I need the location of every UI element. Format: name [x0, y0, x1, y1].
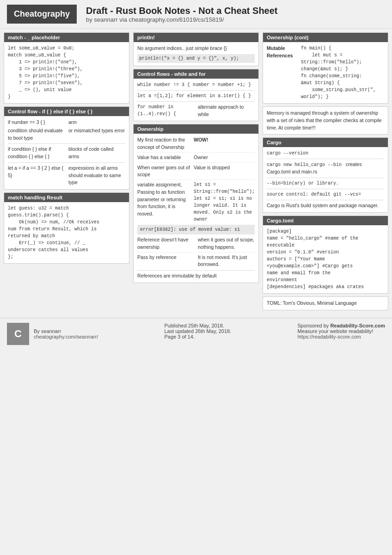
page-footer: C By seannarr cheatography.com/seannarr/…	[0, 318, 392, 350]
section-body-match: let some_u8_value = 0u8; match some_u8_v…	[4, 42, 129, 103]
section-body-while: while number != 3 { number = number +1; …	[134, 79, 258, 121]
own-row3-right: Value is dropped	[194, 162, 255, 179]
own2-row1-left: Reference doesn't have ownership	[137, 236, 194, 251]
while-row1-left: for number in (1..4).rev() {	[137, 104, 194, 118]
section-header-match-result: match handling Result	[4, 193, 129, 202]
page-header: Cheatography Draft - Rust Book Notes - N…	[0, 0, 392, 29]
section-body-cf-if: if number == 3 { } arm condition should …	[4, 116, 129, 189]
logo: Cheatography	[7, 5, 77, 24]
cf-if-row4-right: expressions in all arms should evaluate …	[68, 165, 125, 186]
footer-right: Sponsored by Readability-Score.com Measu…	[297, 323, 385, 345]
ownership-note-text: Memory is managed through a system of ow…	[267, 110, 384, 131]
own-row2-left: Value has a variable	[137, 152, 190, 161]
cf-if-table: if number == 3 { } arm condition should …	[8, 119, 125, 142]
ownership-table2: Reference doesn't have ownership when it…	[137, 236, 255, 268]
mutable-code: fn main() { let mut s = String::from("he…	[301, 45, 384, 100]
footer-sponsor-text: Measure your website readability!	[297, 328, 385, 334]
section-println: println! No argument indices.. just simp…	[133, 32, 259, 66]
footer-published: Published 25th May, 2018.	[164, 323, 231, 328]
own-row1-left: My first reaction to the concept of Owne…	[137, 136, 190, 151]
section-body-ownership: My first reaction to the concept of Owne…	[134, 134, 258, 283]
cf-if-row1-right: arm	[68, 119, 125, 126]
cf-if-row2-left: condition should evaluate to bool type	[8, 127, 65, 142]
section-header-ownership: Ownership	[134, 124, 258, 134]
section-ownership: Ownership My first reaction to the conce…	[133, 124, 259, 283]
section-header-own-cont: Ownership (cont)	[263, 33, 388, 42]
footer-logo: C	[7, 323, 29, 345]
section-cargo: Cargo cargo --version cargo new hello_ca…	[263, 137, 388, 213]
while-row1-right: alternate approach to while	[198, 104, 255, 118]
cf-if-table3: let a = if a == 3 { 2 } else { 5} expres…	[8, 165, 125, 186]
cf-if-row1-left: if number == 3 { }	[8, 119, 65, 126]
own2-row2-left: Pass by reference	[137, 252, 194, 269]
footer-sponsor-url: https://readability-score.com	[297, 334, 385, 339]
cargo-bin: --bin=bin(ary) or library.	[267, 180, 384, 187]
while-code1: while number != 3 { number = number +1; …	[137, 81, 255, 88]
sponsor-name: Readability-Score.com	[330, 323, 385, 328]
own-row2-right: Owner	[194, 152, 255, 161]
cargo-toml-code: [package] name = "hello_cargo" #name of …	[267, 228, 384, 290]
section-body-own-note: Memory is managed through a system of ow…	[263, 107, 388, 134]
footer-sponsor-label: Sponsored by Readability-Score.com	[297, 323, 385, 328]
footer-left: C By seannarr cheatography.com/seannarr/	[7, 323, 98, 345]
own-row1-right: WOW!	[194, 136, 255, 151]
while-for-table: for number in (1..4).rev() { alternate a…	[137, 104, 255, 118]
cargo-sep3	[267, 189, 384, 189]
cargo-vcs: source control: default git --vcs=	[267, 191, 384, 198]
column-2: println! No argument indices.. just simp…	[133, 32, 259, 310]
section-match-placeholder: match - _ placeholder let some_u8_value …	[4, 32, 129, 104]
section-header-cargo-toml: Cargo.toml	[263, 216, 388, 225]
ownership-table: My first reaction to the concept of Owne…	[137, 136, 255, 223]
footer-author-url: cheatography.com/seannarr/	[34, 334, 98, 339]
section-header-println: println!	[134, 33, 258, 42]
section-header-match: match - _ placeholder	[4, 33, 129, 42]
ownership-error: error[E0382]: use of moved value: s1	[137, 225, 255, 234]
cargo-sep2	[267, 178, 384, 178]
footer-updated: Last updated 26th May, 2018.	[164, 328, 231, 334]
ownership-footer: References are immutable by default	[137, 272, 255, 280]
cargo-sep1	[267, 159, 384, 159]
while-code2: let a =[1,2]; for element in a.iter() { …	[137, 92, 255, 99]
println-intro: No argument indices.. just simple brace …	[137, 45, 255, 52]
cargo-version: cargo --version	[267, 150, 384, 157]
own2-row1-right: when it goes out of scope, nothing happe…	[198, 236, 255, 251]
section-ownership-cont: Ownership (cont) Mutable References fn m…	[263, 32, 388, 104]
own-sep	[137, 270, 255, 271]
footer-page: Page 3 of 14.	[164, 334, 231, 339]
page-subtitle: by seannarr via cheatography.com/61019/c…	[86, 16, 277, 23]
own2-row2-right: It is not moved. It's just borrowed.	[198, 252, 255, 269]
footer-author: By seannarr	[34, 328, 98, 334]
main-content: match - _ placeholder let some_u8_value …	[0, 29, 392, 314]
own-row4-left: variable assignment, Passing to as funct…	[137, 179, 190, 223]
own-row4-right: let s1 = String::from("hello"); let s2 =…	[194, 179, 255, 223]
separator2	[8, 162, 125, 163]
footer-author-info: By seannarr cheatography.com/seannarr/	[34, 328, 98, 339]
section-header-while: Control flows - while and for	[134, 69, 258, 79]
section-match-result: match handling Result let guess: u32 = m…	[4, 192, 129, 264]
cf-if-row3-right: blocks of code called arms	[68, 146, 125, 160]
cf-if-table2: if condition { } else if condition { } e…	[8, 146, 125, 160]
cargo-new-line: cargo new hello_cargo --bin creates Carg…	[267, 161, 384, 176]
section-cargo-toml: Cargo.toml [package] name = "hello_cargo…	[263, 216, 388, 294]
column-1: match - _ placeholder let some_u8_value …	[4, 32, 129, 310]
section-body-toml-note: TOML: Tom's Obvious, Minimal Language	[263, 297, 388, 310]
cf-if-row2-right: or mismatched types error	[68, 127, 125, 142]
section-control-flows-while: Control flows - while and for while numb…	[133, 69, 259, 122]
page-title: Draft - Rust Book Notes - Not a Cheat Sh…	[86, 6, 277, 16]
mutable-refs: Mutable References fn main() { let mut s…	[267, 45, 384, 100]
section-control-flow-if: Control flow - if { } else if { } else {…	[4, 106, 129, 190]
section-body-cargo: cargo --version cargo new hello_cargo --…	[263, 147, 388, 212]
match-code: let some_u8_value = 0u8; match some_u8_v…	[8, 45, 125, 100]
footer-center: Published 25th May, 2018. Last updated 2…	[164, 323, 231, 345]
own-row3-left: When owner goes out of scope	[137, 162, 190, 179]
cargo-description: Cargo is Rust's build system and package…	[267, 202, 384, 210]
section-ownership-note: Memory is managed through a system of ow…	[263, 106, 388, 135]
column-3: Ownership (cont) Mutable References fn m…	[263, 32, 388, 310]
separator	[8, 143, 125, 144]
section-body-own-cont: Mutable References fn main() { let mut s…	[263, 42, 388, 103]
section-toml-note: TOML: Tom's Obvious, Minimal Language	[263, 296, 388, 310]
cf-if-row3-left: if condition { } else if condition { } e…	[8, 146, 65, 160]
section-header-cf-if: Control flow - if { } else if { } else {…	[4, 107, 129, 116]
sep-while2	[137, 101, 255, 102]
section-body-cargo-toml: [package] name = "hello_cargo" #name of …	[263, 225, 388, 293]
